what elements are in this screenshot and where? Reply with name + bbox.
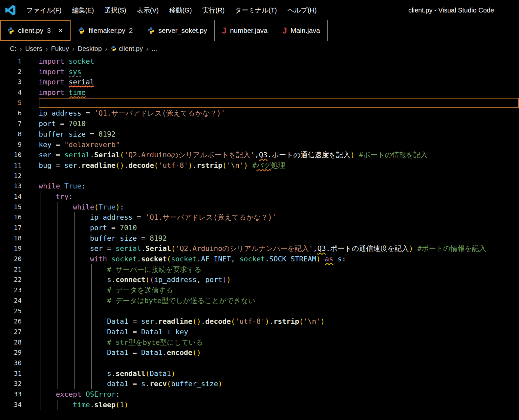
line-number: 28 [0, 337, 22, 348]
indent-guide [40, 337, 40, 348]
line-number: 33 [0, 389, 22, 400]
indent-guide [74, 254, 75, 264]
tab-label: number.java [230, 27, 268, 34]
breadcrumb-separator-icon: › [72, 45, 75, 53]
code-line[interactable]: 11bug = ser.readline().decode('utf-8').r… [0, 160, 519, 171]
code-line[interactable]: 33 except OSError: [0, 389, 519, 400]
line-number: 25 [0, 306, 22, 317]
code-line[interactable]: 1import socket [0, 56, 519, 67]
line-number: 18 [0, 233, 22, 244]
line-number: 5 [0, 98, 22, 108]
tab-label: Main.java [291, 27, 320, 34]
code-line[interactable]: 28 # str型をbyte型にしている [0, 337, 519, 348]
breadcrumb-label: Users [25, 45, 42, 53]
line-content: while(True): [39, 202, 519, 212]
menu-item-実行(R)[interactable]: 実行(R) [197, 6, 230, 15]
breadcrumb-item-client.py[interactable]: client.py [111, 45, 143, 53]
indent-guide [91, 275, 92, 285]
line-content: try: [39, 191, 519, 202]
code-line[interactable]: 14 try: [0, 191, 519, 202]
breadcrumb-separator-icon: › [146, 45, 148, 53]
line-number: 4 [0, 87, 22, 98]
code-line[interactable]: 7port = 7010 [0, 119, 519, 129]
code-line[interactable]: 34 time.sleep(1) [0, 400, 519, 410]
code-line[interactable]: 27 Data1 = Data1 + key [0, 327, 519, 337]
code-line[interactable]: 18 buffer_size = 8192 [0, 233, 519, 244]
menu-item-ヘルプ(H)[interactable]: ヘルプ(H) [282, 6, 322, 15]
indent-guide [57, 337, 57, 348]
code-line[interactable]: 22 s.connect((ip_address, port)) [0, 275, 519, 285]
code-line[interactable]: 4import time [0, 87, 519, 98]
line-content: import socket [39, 56, 519, 67]
code-line[interactable]: 13while True: [0, 181, 519, 191]
breadcrumb-item-Fukuy[interactable]: Fukuy [51, 45, 69, 53]
code-line[interactable]: 19 ser = serial.Serial('Q2.Arduinoのシリアルナ… [0, 243, 519, 254]
code-line[interactable]: 17 port = 7010 [0, 223, 519, 233]
code-line[interactable]: 25 [0, 306, 519, 317]
indent-guide [40, 285, 40, 296]
code-line[interactable]: 21 # サーバーに接続を要求する [0, 264, 519, 275]
code-line[interactable]: 16 ip_address = 'Q1.サーバアドレス(覚えてるかな？)' [0, 212, 519, 223]
menu-item-編集(E)[interactable]: 編集(E) [67, 6, 99, 15]
code-line[interactable]: 5 [0, 98, 519, 108]
tab-filemaker.py[interactable]: filemaker.py2 [71, 20, 141, 41]
window-title: client.py - Visual Studio Code [408, 7, 519, 14]
indent-guide [74, 223, 75, 233]
code-line[interactable]: 3import serial [0, 77, 519, 87]
menubar: ファイル(F)編集(E)選択(S)表示(V)移動(G)実行(R)ターミナル(T)… [21, 6, 322, 15]
line-content [39, 306, 519, 317]
code-line[interactable]: 15 while(True): [0, 202, 519, 212]
code-line[interactable]: 30 [0, 358, 519, 368]
code-line[interactable]: 12 [0, 171, 519, 181]
indent-guide [57, 223, 57, 233]
code-line[interactable]: 2import sys [0, 67, 519, 77]
line-content: port = 7010 [39, 223, 519, 233]
code-line[interactable]: 9key = "delaxreverb" [0, 140, 519, 150]
indent-guide [74, 327, 75, 337]
tab-Main.java[interactable]: JMain.java [275, 20, 328, 41]
menu-item-ターミナル(T)[interactable]: ターミナル(T) [230, 6, 282, 15]
code-line[interactable]: 31 s.sendall(Data1) [0, 368, 519, 379]
menu-item-表示(V)[interactable]: 表示(V) [132, 6, 164, 15]
breadcrumb-item-...[interactable]: ... [152, 45, 157, 53]
tab-client.py[interactable]: client.py3× [0, 20, 71, 41]
line-content: with socket.socket(socket.AF_INET, socke… [39, 254, 519, 264]
code-line[interactable]: 24 # データはbyte型でしか送ることができない [0, 296, 519, 306]
menu-item-選択(S)[interactable]: 選択(S) [99, 6, 132, 15]
breadcrumb-item-C:[interactable]: C: [10, 45, 16, 53]
line-content: s.sendall(Data1) [39, 368, 519, 379]
code-line[interactable]: 26 Data1 = ser.readline().decode('utf-8'… [0, 316, 519, 327]
menu-item-ファイル(F)[interactable]: ファイル(F) [21, 6, 67, 15]
editor[interactable]: 1import socket2import sys3import serial4… [0, 56, 519, 410]
python-icon [147, 27, 155, 34]
tab-close-icon[interactable]: × [58, 27, 63, 34]
menu-item-移動(G)[interactable]: 移動(G) [164, 6, 197, 15]
code-line[interactable]: 29 Data1 = Data1.encode() [0, 347, 519, 358]
indent-guide [40, 296, 40, 306]
indent-guide [57, 243, 57, 254]
breadcrumb-item-Desktop[interactable]: Desktop [78, 45, 102, 53]
breadcrumb-item-Users[interactable]: Users [25, 45, 42, 53]
tab-server_soket.py[interactable]: server_soket.py [140, 20, 214, 41]
code-line[interactable]: 6ip_address = 'Q1.サーバアドレス(覚えてるかな？)' [0, 108, 519, 119]
indent-guide [57, 275, 57, 285]
indent-guide [74, 243, 75, 254]
indent-guide [74, 264, 75, 275]
indent-guide [40, 316, 40, 327]
indent-guide [57, 306, 57, 317]
indent-guide [91, 337, 92, 348]
code-line[interactable]: 20 with socket.socket(socket.AF_INET, so… [0, 254, 519, 264]
tab-number.java[interactable]: Jnumber.java [215, 20, 275, 41]
code-line[interactable]: 32 data1 = s.recv(buffer_size) [0, 379, 519, 389]
indent-guide [40, 368, 40, 379]
code-line[interactable]: 10ser = serial.Serial('Q2.Arduinoのシリアルポー… [0, 150, 519, 160]
code-line[interactable]: 23 # データを送信する [0, 285, 519, 296]
indent-guide [57, 254, 57, 264]
indent-guide [57, 368, 57, 379]
java-icon: J [222, 27, 227, 35]
line-number: 13 [0, 181, 22, 191]
code-line[interactable]: 8buffer_size = 8192 [0, 129, 519, 140]
line-content: # データを送信する [39, 285, 519, 296]
line-content: Data1 = Data1 + key [39, 327, 519, 337]
line-content: import time [39, 87, 519, 98]
